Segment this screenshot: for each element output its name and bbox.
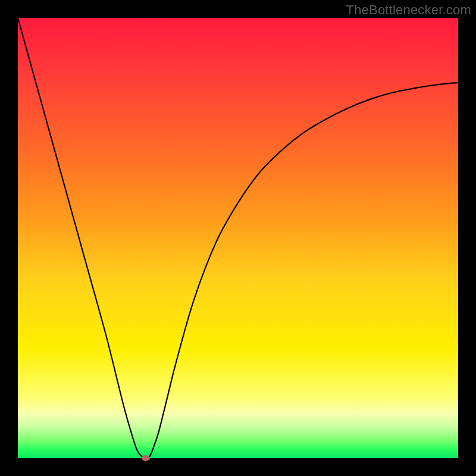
chart-frame: TheBottlenecker.com [0, 0, 476, 476]
watermark-text: TheBottlenecker.com [346, 2, 471, 18]
gradient-background [18, 18, 458, 458]
plot-area [18, 18, 458, 458]
optimal-point-marker [142, 455, 150, 461]
